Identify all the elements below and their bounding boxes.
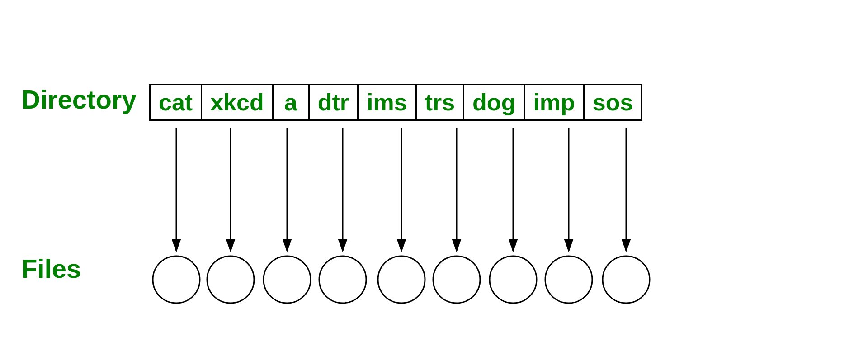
svg-point-18 [603,256,650,303]
cell-xkcd: xkcd [202,85,274,119]
svg-point-8 [319,256,366,303]
cell-ims: ims [359,85,417,119]
cell-imp: imp [525,85,584,119]
cell-cat: cat [151,85,202,119]
cell-sos: sos [585,85,642,119]
svg-point-14 [490,256,537,303]
cell-dtr: dtr [310,85,359,119]
files-label: Files [21,253,81,284]
cell-a: a [274,85,310,119]
directory-label: Directory [21,86,137,113]
arrows-and-circles [0,0,868,347]
svg-point-12 [433,256,480,303]
svg-point-2 [153,256,200,303]
svg-point-16 [545,256,592,303]
svg-point-10 [378,256,425,303]
cell-dog: dog [464,85,525,119]
cell-trs: trs [417,85,464,119]
diagram-container: Directory cat xkcd a dtr ims trs dog imp… [0,0,868,347]
svg-point-4 [207,256,254,303]
directory-row: cat xkcd a dtr ims trs dog imp sos [149,84,642,121]
svg-point-6 [264,256,311,303]
